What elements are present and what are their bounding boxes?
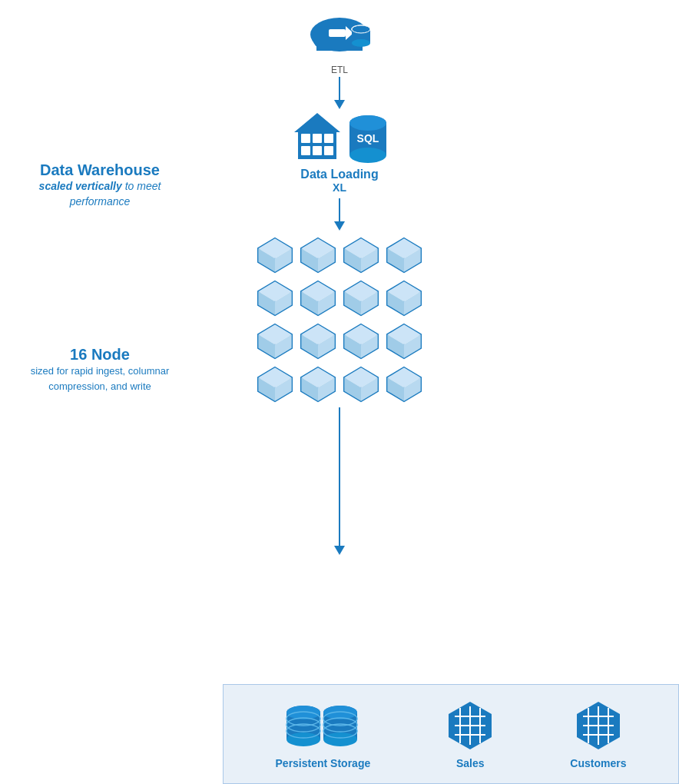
- cube-1: [255, 235, 295, 275]
- node-subtitle: sized for rapid ingest, columnarcompress…: [15, 364, 184, 394]
- warehouse-italic: scaled vertically: [39, 180, 122, 192]
- cube-15: [341, 364, 381, 404]
- cube-16: [384, 364, 424, 404]
- svg-text:SQL: SQL: [356, 132, 379, 145]
- svg-rect-16: [324, 146, 333, 155]
- svg-point-9: [352, 25, 370, 33]
- cube-6: [298, 278, 338, 318]
- cube-5: [255, 278, 295, 318]
- arrow-line-1: [339, 77, 340, 100]
- sales-label: Sales: [456, 757, 485, 769]
- long-arrow-line: [339, 407, 340, 546]
- svg-rect-4: [329, 29, 346, 37]
- node-label: 16 Node sized for rapid ingest, columnar…: [15, 346, 184, 394]
- cube-7: [341, 278, 381, 318]
- data-loading-size: XL: [333, 181, 346, 194]
- svg-point-20: [349, 115, 386, 131]
- persistent-storage-item: Persistent Storage: [276, 699, 371, 769]
- cube-11: [341, 321, 381, 361]
- data-loading-icons: SQL: [290, 109, 389, 163]
- customers-item: Customers: [570, 699, 626, 769]
- warehouse-title: Data Warehouse: [15, 161, 184, 179]
- svg-rect-11: [301, 134, 310, 143]
- etl-label: ETL: [331, 65, 348, 75]
- svg-point-143: [323, 733, 357, 746]
- svg-rect-14: [301, 146, 310, 155]
- diagram-container: Data Warehouse scaled vertically to meet…: [0, 0, 679, 784]
- arrow-line-2: [339, 198, 340, 221]
- cube-14: [298, 364, 338, 404]
- warehouse-label: Data Warehouse scaled vertically to meet…: [15, 161, 184, 209]
- warehouse-subtitle: scaled vertically to meetperformance: [15, 179, 184, 209]
- long-arrow-head: [334, 546, 345, 555]
- sales-item: Sales: [443, 699, 497, 769]
- svg-point-8: [352, 39, 370, 47]
- svg-rect-15: [313, 146, 322, 155]
- storage-section: Persistent Storage Sales: [223, 684, 679, 784]
- persistent-storage-icon: [280, 699, 365, 752]
- cube-4: [384, 235, 424, 275]
- arrow-to-cubes: [334, 198, 345, 231]
- cloud-source-icon: [301, 0, 378, 65]
- svg-rect-12: [313, 134, 322, 143]
- cube-grid: [255, 235, 424, 404]
- arrow-head-2: [334, 221, 345, 231]
- cube-13: [255, 364, 295, 404]
- sql-cylinder-icon: SQL: [347, 109, 389, 163]
- cube-9: [255, 321, 295, 361]
- customers-icon: [571, 699, 625, 752]
- cube-10: [298, 321, 338, 361]
- svg-rect-13: [324, 134, 333, 143]
- arrow-head-1: [334, 100, 345, 109]
- cube-3: [341, 235, 381, 275]
- sales-icon: [443, 699, 497, 752]
- cube-12: [384, 321, 424, 361]
- svg-point-19: [349, 148, 386, 163]
- customers-label: Customers: [570, 757, 626, 769]
- etl-arrow: ETL: [331, 65, 348, 109]
- data-loading-block: SQL Data Loading XL: [290, 109, 389, 194]
- center-column: ETL: [224, 0, 455, 555]
- svg-point-136: [287, 733, 320, 746]
- data-loading-label: Data Loading: [300, 168, 378, 181]
- node-title: 16 Node: [15, 346, 184, 364]
- cube-2: [298, 235, 338, 275]
- cube-8: [384, 278, 424, 318]
- persistent-storage-label: Persistent Storage: [276, 757, 371, 769]
- warehouse-building-icon: [290, 109, 344, 163]
- arrow-to-storage: [334, 407, 345, 555]
